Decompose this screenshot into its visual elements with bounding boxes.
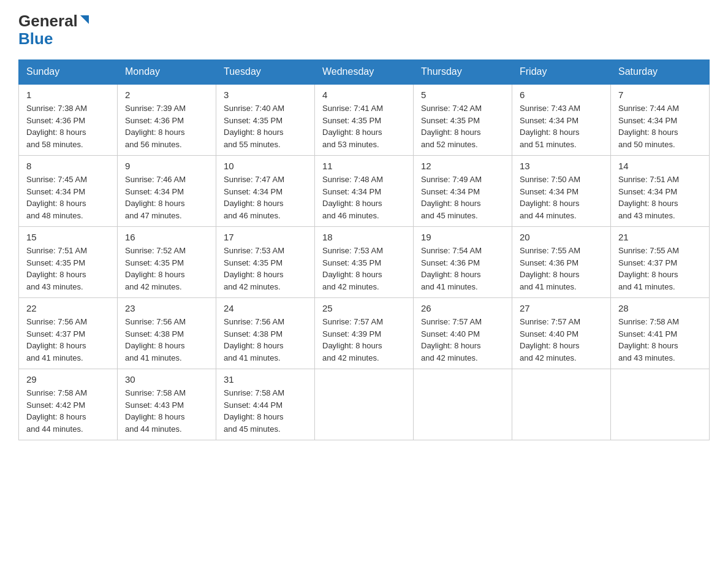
calendar-cell: 14 Sunrise: 7:51 AMSunset: 4:34 PMDaylig… <box>611 156 710 227</box>
calendar-cell: 1 Sunrise: 7:38 AMSunset: 4:36 PMDayligh… <box>19 84 118 156</box>
day-number: 23 <box>125 303 208 313</box>
day-number: 24 <box>224 303 307 313</box>
day-number: 25 <box>322 303 406 313</box>
calendar-cell: 20 Sunrise: 7:55 AMSunset: 4:36 PMDaylig… <box>512 227 611 298</box>
logo: General Blue <box>18 12 91 47</box>
day-info: Sunrise: 7:57 AMSunset: 4:40 PMDaylight:… <box>520 317 580 362</box>
day-number: 19 <box>421 232 504 242</box>
day-info: Sunrise: 7:57 AMSunset: 4:40 PMDaylight:… <box>421 317 482 362</box>
day-number: 8 <box>26 161 110 171</box>
day-number: 14 <box>618 161 702 171</box>
calendar-cell: 16 Sunrise: 7:52 AMSunset: 4:35 PMDaylig… <box>118 227 216 298</box>
calendar-cell: 6 Sunrise: 7:43 AMSunset: 4:34 PMDayligh… <box>512 84 611 156</box>
logo-arrow-icon <box>78 13 91 29</box>
day-info: Sunrise: 7:57 AMSunset: 4:39 PMDaylight:… <box>322 317 383 362</box>
day-number: 20 <box>520 232 603 242</box>
day-number: 4 <box>322 90 406 100</box>
day-number: 30 <box>125 374 208 385</box>
day-number: 13 <box>520 161 603 171</box>
calendar-cell: 2 Sunrise: 7:39 AMSunset: 4:36 PMDayligh… <box>118 84 216 156</box>
day-info: Sunrise: 7:43 AMSunset: 4:34 PMDaylight:… <box>520 104 580 149</box>
calendar-week-row: 22 Sunrise: 7:56 AMSunset: 4:37 PMDaylig… <box>19 298 710 369</box>
day-number: 10 <box>224 161 307 171</box>
day-info: Sunrise: 7:51 AMSunset: 4:34 PMDaylight:… <box>618 175 679 220</box>
weekday-header-sunday: Sunday <box>19 60 118 85</box>
day-info: Sunrise: 7:58 AMSunset: 4:41 PMDaylight:… <box>618 317 679 362</box>
day-info: Sunrise: 7:44 AMSunset: 4:34 PMDaylight:… <box>618 104 679 149</box>
calendar-cell: 10 Sunrise: 7:47 AMSunset: 4:34 PMDaylig… <box>216 156 315 227</box>
day-number: 3 <box>224 90 307 100</box>
calendar-cell <box>512 369 611 440</box>
day-info: Sunrise: 7:45 AMSunset: 4:34 PMDaylight:… <box>26 175 87 220</box>
day-info: Sunrise: 7:50 AMSunset: 4:34 PMDaylight:… <box>520 175 580 220</box>
logo-blue-text: Blue <box>18 29 53 48</box>
day-info: Sunrise: 7:58 AMSunset: 4:42 PMDaylight:… <box>26 388 87 434</box>
day-number: 28 <box>618 303 702 313</box>
day-info: Sunrise: 7:40 AMSunset: 4:35 PMDaylight:… <box>224 104 284 149</box>
day-info: Sunrise: 7:49 AMSunset: 4:34 PMDaylight:… <box>421 175 482 220</box>
calendar-cell: 9 Sunrise: 7:46 AMSunset: 4:34 PMDayligh… <box>118 156 216 227</box>
weekday-header-saturday: Saturday <box>611 60 710 85</box>
calendar-week-row: 29 Sunrise: 7:58 AMSunset: 4:42 PMDaylig… <box>19 369 710 440</box>
calendar-week-row: 1 Sunrise: 7:38 AMSunset: 4:36 PMDayligh… <box>19 84 710 156</box>
calendar-cell: 21 Sunrise: 7:55 AMSunset: 4:37 PMDaylig… <box>611 227 710 298</box>
weekday-header-monday: Monday <box>118 60 216 85</box>
calendar-cell: 29 Sunrise: 7:58 AMSunset: 4:42 PMDaylig… <box>19 369 118 440</box>
day-number: 18 <box>322 232 406 242</box>
calendar-cell: 12 Sunrise: 7:49 AMSunset: 4:34 PMDaylig… <box>414 156 512 227</box>
day-number: 31 <box>224 374 307 385</box>
calendar-week-row: 8 Sunrise: 7:45 AMSunset: 4:34 PMDayligh… <box>19 156 710 227</box>
day-info: Sunrise: 7:53 AMSunset: 4:35 PMDaylight:… <box>224 246 284 291</box>
calendar-cell: 31 Sunrise: 7:58 AMSunset: 4:44 PMDaylig… <box>216 369 315 440</box>
calendar-table: SundayMondayTuesdayWednesdayThursdayFrid… <box>18 59 710 440</box>
day-info: Sunrise: 7:38 AMSunset: 4:36 PMDaylight:… <box>26 104 87 149</box>
day-number: 29 <box>26 374 110 385</box>
day-info: Sunrise: 7:56 AMSunset: 4:38 PMDaylight:… <box>224 317 284 362</box>
day-number: 9 <box>125 161 208 171</box>
day-info: Sunrise: 7:47 AMSunset: 4:34 PMDaylight:… <box>224 175 284 220</box>
calendar-cell: 18 Sunrise: 7:53 AMSunset: 4:35 PMDaylig… <box>315 227 414 298</box>
day-info: Sunrise: 7:39 AMSunset: 4:36 PMDaylight:… <box>125 104 186 149</box>
calendar-cell: 19 Sunrise: 7:54 AMSunset: 4:36 PMDaylig… <box>414 227 512 298</box>
calendar-cell: 25 Sunrise: 7:57 AMSunset: 4:39 PMDaylig… <box>315 298 414 369</box>
calendar-cell: 8 Sunrise: 7:45 AMSunset: 4:34 PMDayligh… <box>19 156 118 227</box>
day-info: Sunrise: 7:56 AMSunset: 4:38 PMDaylight:… <box>125 317 186 362</box>
day-number: 27 <box>520 303 603 313</box>
calendar-cell: 13 Sunrise: 7:50 AMSunset: 4:34 PMDaylig… <box>512 156 611 227</box>
calendar-cell <box>611 369 710 440</box>
calendar-cell: 17 Sunrise: 7:53 AMSunset: 4:35 PMDaylig… <box>216 227 315 298</box>
day-number: 16 <box>125 232 208 242</box>
logo-general-text: General <box>18 12 78 30</box>
day-info: Sunrise: 7:52 AMSunset: 4:35 PMDaylight:… <box>125 246 186 291</box>
calendar-cell: 28 Sunrise: 7:58 AMSunset: 4:41 PMDaylig… <box>611 298 710 369</box>
calendar-cell: 4 Sunrise: 7:41 AMSunset: 4:35 PMDayligh… <box>315 84 414 156</box>
day-number: 21 <box>618 232 702 242</box>
day-number: 22 <box>26 303 110 313</box>
day-info: Sunrise: 7:55 AMSunset: 4:37 PMDaylight:… <box>618 246 679 291</box>
day-info: Sunrise: 7:53 AMSunset: 4:35 PMDaylight:… <box>322 246 383 291</box>
calendar-cell: 26 Sunrise: 7:57 AMSunset: 4:40 PMDaylig… <box>414 298 512 369</box>
day-number: 6 <box>520 90 603 100</box>
calendar-cell: 5 Sunrise: 7:42 AMSunset: 4:35 PMDayligh… <box>414 84 512 156</box>
weekday-header-wednesday: Wednesday <box>315 60 414 85</box>
day-info: Sunrise: 7:46 AMSunset: 4:34 PMDaylight:… <box>125 175 186 220</box>
calendar-cell: 3 Sunrise: 7:40 AMSunset: 4:35 PMDayligh… <box>216 84 315 156</box>
calendar-cell: 27 Sunrise: 7:57 AMSunset: 4:40 PMDaylig… <box>512 298 611 369</box>
calendar-cell: 22 Sunrise: 7:56 AMSunset: 4:37 PMDaylig… <box>19 298 118 369</box>
day-number: 1 <box>26 90 110 100</box>
day-number: 12 <box>421 161 504 171</box>
calendar-cell: 11 Sunrise: 7:48 AMSunset: 4:34 PMDaylig… <box>315 156 414 227</box>
weekday-header-thursday: Thursday <box>414 60 512 85</box>
calendar-cell: 7 Sunrise: 7:44 AMSunset: 4:34 PMDayligh… <box>611 84 710 156</box>
day-number: 5 <box>421 90 504 100</box>
day-number: 7 <box>618 90 702 100</box>
day-number: 15 <box>26 232 110 242</box>
weekday-header-row: SundayMondayTuesdayWednesdayThursdayFrid… <box>19 60 710 85</box>
day-number: 2 <box>125 90 208 100</box>
calendar-cell <box>315 369 414 440</box>
svg-marker-0 <box>80 15 89 24</box>
calendar-cell: 24 Sunrise: 7:56 AMSunset: 4:38 PMDaylig… <box>216 298 315 369</box>
day-info: Sunrise: 7:56 AMSunset: 4:37 PMDaylight:… <box>26 317 87 362</box>
calendar-cell: 23 Sunrise: 7:56 AMSunset: 4:38 PMDaylig… <box>118 298 216 369</box>
day-info: Sunrise: 7:58 AMSunset: 4:44 PMDaylight:… <box>224 388 284 434</box>
